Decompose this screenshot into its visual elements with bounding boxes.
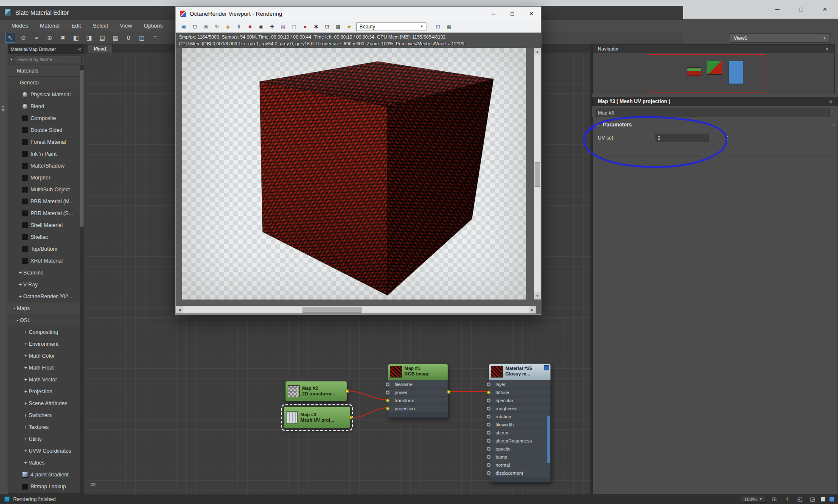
statusbar-corner-icon[interactable] <box>830 497 834 501</box>
maximize-viewport-icon[interactable]: ◲ <box>808 496 817 503</box>
node-scrollbar[interactable] <box>547 416 550 463</box>
select-tool-icon[interactable]: ↖ <box>5 33 15 43</box>
node-map3[interactable]: Map #3 Mesh UV proj... <box>283 406 350 428</box>
slot-roughness[interactable]: roughness <box>489 405 550 413</box>
input-socket[interactable] <box>487 407 490 411</box>
search-input[interactable] <box>15 56 81 63</box>
inspector-close-icon[interactable]: ✕ <box>829 99 832 104</box>
uv-set-input[interactable] <box>655 134 726 142</box>
tree-item[interactable]: Matte/Shadow <box>8 160 80 172</box>
tree-item[interactable]: Composite <box>8 112 80 124</box>
tree-group-scanline[interactable]: + Scanline <box>8 267 80 279</box>
tree-item[interactable]: Forest Material <box>8 136 80 148</box>
tree-item[interactable]: Double Sided <box>8 124 80 136</box>
input-socket[interactable] <box>487 415 490 419</box>
delete-icon[interactable]: ✖ <box>58 33 68 43</box>
slot-filename[interactable]: filename <box>388 381 448 389</box>
browser-scrollbar-thumb[interactable] <box>80 70 84 227</box>
tree-group-utility[interactable]: + Utility <box>8 433 80 445</box>
slot-rotation[interactable]: rotation <box>489 413 550 421</box>
restart-render-icon[interactable]: ↻ <box>212 22 221 31</box>
scroll-right-icon[interactable]: ▶ <box>529 306 535 313</box>
tree-item[interactable]: Ink 'n Paint <box>8 148 80 160</box>
menu-edit[interactable]: Edit <box>66 21 86 31</box>
menu-modes[interactable]: Modes <box>6 21 34 31</box>
zoom-tool-icon[interactable]: ✛ <box>783 496 791 503</box>
tree-group-math-float[interactable]: + Math Float <box>8 362 80 374</box>
octane-maximize-button[interactable]: □ <box>503 7 522 21</box>
viewport-settings-icon[interactable]: ▦ <box>444 22 454 31</box>
tree-group-math-vector[interactable]: + Math Vector <box>8 374 80 386</box>
tree-item[interactable]: Top/Bottom <box>8 243 80 255</box>
render-layers-icon[interactable]: ▩ <box>334 22 343 31</box>
render-pass-select[interactable]: Beauty ▼ <box>356 22 426 31</box>
tree-group-osl[interactable]: - OSL <box>8 314 80 326</box>
sample-color-icon[interactable]: ⊕ <box>45 33 55 43</box>
slot-diffuse[interactable]: diffuse <box>489 389 550 397</box>
zoom-extents-icon[interactable]: ◰ <box>796 496 804 503</box>
scroll-up-icon[interactable]: ▲ <box>534 48 541 55</box>
tree-item[interactable]: PBR Material (M... <box>8 196 80 207</box>
menu-select[interactable]: Select <box>87 21 114 31</box>
input-socket[interactable] <box>386 383 390 386</box>
tree-group-octanerender[interactable]: + OctaneRender 202... <box>8 291 80 302</box>
parameters-rollout[interactable]: ▼ Parameters ▪ <box>596 120 834 129</box>
tree-item[interactable]: Morpher <box>8 172 80 184</box>
input-socket-connected[interactable] <box>487 391 490 395</box>
tree-group-materials[interactable]: - Materials <box>8 65 80 77</box>
tree-group-vray[interactable]: + V-Ray <box>8 279 80 291</box>
input-socket[interactable] <box>487 383 490 386</box>
slot-layer[interactable]: layer <box>489 381 550 389</box>
map1-header[interactable]: Map #1 RGB image <box>388 364 448 380</box>
collapsed-panel-tab[interactable]: an <box>0 103 5 111</box>
save-image-icon[interactable]: ▣ <box>179 22 188 31</box>
render-canvas[interactable] <box>182 48 526 300</box>
render-settings-icon[interactable]: ✱ <box>311 22 321 31</box>
map1-output-socket[interactable] <box>447 390 451 394</box>
slot-normal[interactable]: normal <box>489 461 550 469</box>
menu-material[interactable]: Material <box>34 21 65 31</box>
map3-output-socket[interactable] <box>349 416 353 420</box>
main-minimize-button[interactable]: ─ <box>768 3 786 16</box>
layout-children-icon[interactable]: ◨ <box>84 33 94 43</box>
slot-filmwidth[interactable]: filmwidth <box>489 421 550 429</box>
tree-group-textures[interactable]: + Textures <box>8 421 80 433</box>
view-selector[interactable]: View1 ▼ <box>730 34 830 43</box>
tree-item[interactable]: Blend <box>8 101 80 112</box>
spinner-down-icon[interactable]: ▼ <box>726 138 729 142</box>
node-preview-toggle[interactable] <box>544 365 549 370</box>
scroll-left-icon[interactable]: ◀ <box>176 306 183 313</box>
input-socket-connected[interactable] <box>386 407 390 411</box>
slot-power[interactable]: power <box>388 389 448 397</box>
binoculars-icon[interactable]: ∞ <box>90 480 96 489</box>
browser-options-icon[interactable]: ▼ <box>10 58 13 62</box>
render-passes-icon[interactable]: ★ <box>345 22 354 31</box>
slot-sheen[interactable]: sheen <box>489 429 550 437</box>
tree-item[interactable]: Multi/Sub-Object <box>8 184 80 196</box>
input-socket[interactable] <box>487 439 490 443</box>
input-socket[interactable] <box>386 391 390 395</box>
navigator-view-rect[interactable] <box>647 54 765 92</box>
node-material25[interactable]: Material #25 Glossy m... layer diffuse s… <box>489 364 551 482</box>
film-settings-icon[interactable]: ▤ <box>278 22 288 31</box>
show-grid-icon[interactable]: ▦ <box>110 33 121 43</box>
input-socket[interactable] <box>487 399 490 403</box>
input-socket[interactable] <box>487 463 490 467</box>
slot-sheenroughness[interactable]: sheenRoughness <box>489 437 550 445</box>
tree-group-projection[interactable]: + Projection <box>8 386 80 398</box>
tree-group-uvw-coordinates[interactable]: + UVW Coordinates <box>8 445 80 457</box>
menu-options[interactable]: Options <box>138 21 168 31</box>
horizontal-scroll-thumb[interactable] <box>303 307 362 313</box>
node-map2[interactable]: Map #2 2D transform... <box>285 381 347 401</box>
tree-item[interactable]: XRef Material <box>8 255 80 267</box>
navigator-thumb-map[interactable] <box>687 67 701 76</box>
tree-item[interactable]: 4-point Gradient <box>8 469 80 481</box>
scroll-down-icon[interactable]: ▼ <box>534 292 541 299</box>
input-socket-connected[interactable] <box>386 399 390 403</box>
pause-render-icon[interactable]: ‖ <box>234 22 244 31</box>
tree-group-maps[interactable]: - Maps <box>8 302 80 314</box>
lock-view-icon[interactable]: ◈ <box>223 22 233 31</box>
navigator-thumb-material[interactable] <box>729 61 743 84</box>
white-balance-picker-icon[interactable]: ✚ <box>267 22 277 31</box>
tree-group-compositing[interactable]: + Compositing <box>8 326 80 338</box>
